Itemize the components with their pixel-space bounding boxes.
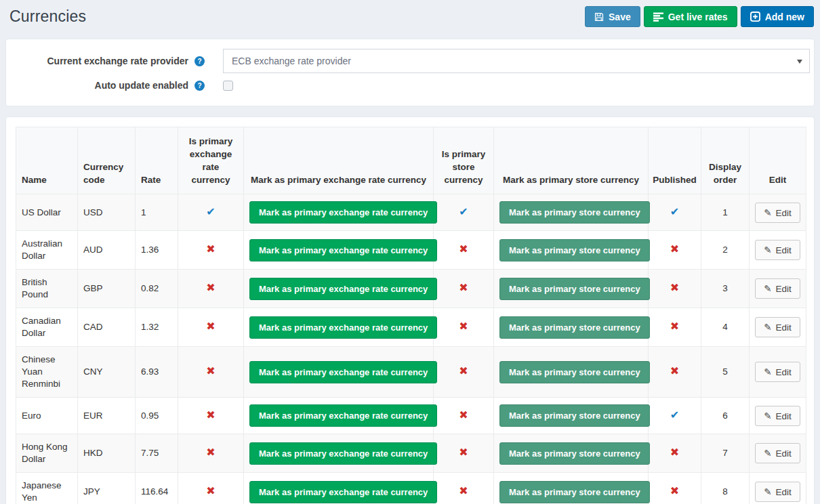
- table-row: US DollarUSD1✔Mark as primary exchange r…: [16, 194, 806, 231]
- mark-primary-store-button[interactable]: Mark as primary store currency: [499, 361, 650, 383]
- mark-primary-exchange-rate-button[interactable]: Mark as primary exchange rate currency: [249, 316, 437, 339]
- is-primary-exchange-cross-icon: ✖: [206, 485, 215, 497]
- help-icon[interactable]: [194, 56, 205, 66]
- col-header-is-primary-exchange: Is primary exchange rate currency: [178, 127, 244, 194]
- table-row: Japanese YenJPY116.64✖Mark as primary ex…: [16, 473, 806, 504]
- published-check-icon: ✔: [670, 409, 679, 421]
- mark-primary-store-button[interactable]: Mark as primary store currency: [499, 316, 650, 339]
- currency-code: CNY: [83, 366, 103, 377]
- display-order: 1: [722, 207, 728, 217]
- is-primary-store-check-icon: ✔: [459, 206, 468, 217]
- edit-button[interactable]: ✎Edit: [755, 317, 800, 337]
- published-cross-icon: ✖: [670, 446, 679, 458]
- provider-label: Current exchange rate provider: [47, 56, 188, 66]
- currency-rate: 0.82: [141, 283, 159, 293]
- mark-primary-store-button[interactable]: Mark as primary store currency: [499, 481, 650, 503]
- plus-square-icon: [750, 12, 760, 22]
- exchange-rate-provider-value: ECB exchange rate provider: [232, 56, 351, 66]
- display-order: 4: [722, 322, 728, 332]
- mark-primary-exchange-rate-button[interactable]: Mark as primary exchange rate currency: [249, 201, 437, 224]
- mark-primary-exchange-rate-button[interactable]: Mark as primary exchange rate currency: [249, 239, 437, 261]
- table-row: Hong Kong DollarHKD7.75✖Mark as primary …: [16, 434, 806, 473]
- edit-button[interactable]: ✎Edit: [755, 362, 800, 382]
- add-new-button[interactable]: Add new: [741, 6, 814, 27]
- auto-update-label: Auto update enabled: [95, 80, 188, 91]
- auto-update-checkbox[interactable]: [223, 81, 233, 91]
- is-primary-store-cross-icon: ✖: [459, 365, 468, 377]
- pencil-icon: ✎: [764, 367, 771, 377]
- mark-primary-store-button[interactable]: Mark as primary store currency: [499, 404, 650, 427]
- save-button[interactable]: Save: [585, 6, 640, 27]
- table-row: British PoundGBP0.82✖Mark as primary exc…: [16, 270, 806, 308]
- mark-primary-exchange-rate-button[interactable]: Mark as primary exchange rate currency: [249, 481, 437, 503]
- mark-primary-store-button[interactable]: Mark as primary store currency: [499, 239, 650, 261]
- get-live-rates-button-label: Get live rates: [668, 12, 728, 22]
- page-title: Currencies: [9, 6, 86, 26]
- mark-primary-exchange-rate-button[interactable]: Mark as primary exchange rate currency: [249, 278, 437, 300]
- currency-name: Japanese Yen: [22, 480, 62, 503]
- display-order: 7: [722, 448, 728, 458]
- published-cross-icon: ✖: [670, 485, 679, 497]
- currency-code: CAD: [83, 322, 103, 332]
- edit-button[interactable]: ✎Edit: [755, 406, 800, 426]
- currency-name: Australian Dollar: [22, 238, 62, 261]
- col-header-name: Name: [16, 127, 78, 194]
- mark-primary-store-button[interactable]: Mark as primary store currency: [499, 201, 650, 224]
- display-order: 6: [722, 411, 728, 421]
- display-order: 2: [722, 245, 728, 255]
- pencil-icon: ✎: [764, 411, 771, 421]
- auto-update-form-row: Auto update enabled: [17, 80, 803, 91]
- currency-table-body: US DollarUSD1✔Mark as primary exchange r…: [16, 194, 806, 504]
- currency-code: GBP: [83, 283, 103, 293]
- is-primary-exchange-cross-icon: ✖: [206, 446, 215, 458]
- is-primary-store-cross-icon: ✖: [459, 409, 468, 421]
- edit-button[interactable]: ✎Edit: [755, 203, 800, 223]
- published-cross-icon: ✖: [670, 243, 679, 255]
- mark-primary-exchange-rate-button[interactable]: Mark as primary exchange rate currency: [249, 404, 437, 427]
- col-header-display-order: Display order: [701, 127, 750, 194]
- is-primary-exchange-cross-icon: ✖: [206, 365, 215, 377]
- add-new-button-label: Add new: [765, 12, 804, 22]
- is-primary-store-cross-icon: ✖: [459, 320, 468, 332]
- get-live-rates-button[interactable]: Get live rates: [644, 6, 737, 27]
- published-cross-icon: ✖: [670, 365, 679, 377]
- table-row: Chinese Yuan RenminbiCNY6.93✖Mark as pri…: [16, 347, 806, 398]
- mark-primary-exchange-rate-button[interactable]: Mark as primary exchange rate currency: [249, 442, 437, 465]
- published-cross-icon: ✖: [670, 320, 679, 332]
- provider-label-wrap: Current exchange rate provider: [17, 56, 205, 66]
- col-header-mark-exchange: Mark as primary exchange rate currency: [244, 127, 434, 194]
- currencies-table: Name Currency code Rate Is primary excha…: [16, 127, 806, 504]
- pencil-icon: ✎: [764, 208, 771, 218]
- table-row: EuroEUR0.95✖Mark as primary exchange rat…: [16, 398, 806, 434]
- pencil-icon: ✎: [764, 448, 771, 459]
- currency-name: US Dollar: [22, 207, 61, 217]
- currency-code: HKD: [83, 448, 103, 458]
- edit-button[interactable]: ✎Edit: [755, 443, 800, 463]
- exchange-rate-provider-select[interactable]: ECB exchange rate provider: [223, 49, 810, 73]
- mark-primary-store-button[interactable]: Mark as primary store currency: [499, 442, 650, 465]
- col-header-published: Published: [649, 127, 701, 194]
- currency-rate: 6.93: [141, 366, 159, 377]
- currency-rate: 0.95: [141, 411, 159, 421]
- mark-primary-store-button[interactable]: Mark as primary store currency: [499, 278, 650, 300]
- save-button-label: Save: [609, 12, 631, 22]
- currency-rate: 1.36: [141, 245, 159, 255]
- currency-name: British Pound: [22, 277, 48, 299]
- display-order: 8: [722, 486, 728, 497]
- edit-button[interactable]: ✎Edit: [755, 278, 800, 299]
- currency-name: Canadian Dollar: [22, 316, 61, 338]
- settings-panel: Current exchange rate provider ECB excha…: [5, 39, 815, 106]
- is-primary-store-cross-icon: ✖: [459, 446, 468, 458]
- edit-button[interactable]: ✎Edit: [755, 482, 800, 502]
- provider-control: ECB exchange rate provider: [223, 49, 810, 73]
- published-check-icon: ✔: [670, 206, 679, 217]
- table-header-row: Name Currency code Rate Is primary excha…: [16, 127, 806, 194]
- col-header-currency-code: Currency code: [78, 127, 136, 194]
- auto-update-control: [223, 81, 803, 91]
- edit-button[interactable]: ✎Edit: [755, 240, 800, 260]
- mark-primary-exchange-rate-button[interactable]: Mark as primary exchange rate currency: [249, 361, 437, 383]
- pencil-icon: ✎: [764, 322, 771, 333]
- help-icon[interactable]: [194, 81, 205, 91]
- is-primary-exchange-cross-icon: ✖: [206, 243, 215, 255]
- table-row: Canadian DollarCAD1.32✖Mark as primary e…: [16, 308, 806, 347]
